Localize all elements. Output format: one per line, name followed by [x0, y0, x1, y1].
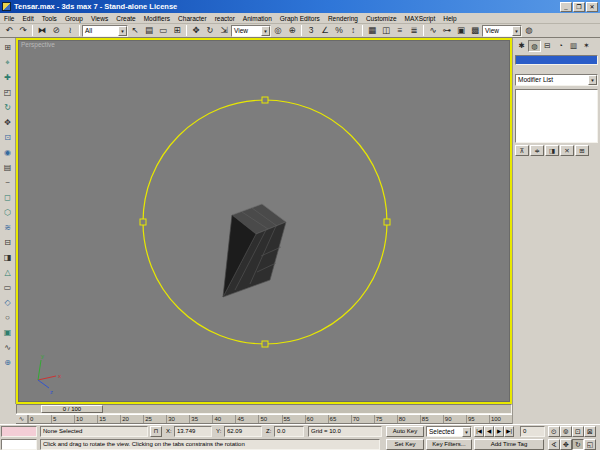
left-toolbar-icon[interactable]: △ [1, 265, 15, 280]
go-to-start-icon[interactable]: |◀ [474, 426, 484, 437]
left-toolbar-icon[interactable]: ◰ [1, 85, 15, 100]
left-toolbar-icon[interactable]: ⊕ [1, 355, 15, 370]
mirror-icon[interactable]: ◫ [379, 24, 393, 37]
menu-item[interactable]: Views [87, 13, 112, 24]
play-icon[interactable]: ▶ [494, 426, 504, 437]
left-toolbar-icon[interactable]: ▭ [1, 280, 15, 295]
menu-item[interactable]: Tools [38, 13, 61, 24]
redo-icon[interactable]: ↷ [16, 24, 30, 37]
display-tab[interactable]: ▥ [567, 40, 580, 52]
quick-render-icon[interactable]: ◍ [522, 24, 536, 37]
maxscript-listener-field[interactable] [1, 439, 37, 450]
dropdown-arrow-icon[interactable]: ▼ [118, 26, 127, 36]
render-type-dropdown[interactable]: View ▼ [482, 25, 522, 37]
select-and-manipulate-icon[interactable]: ⊕ [285, 24, 299, 37]
modifier-stack[interactable] [515, 89, 598, 143]
left-toolbar-icon[interactable]: ◻ [1, 190, 15, 205]
arc-rotate-icon[interactable]: ↻ [572, 439, 584, 450]
select-by-name-icon[interactable]: ▤ [142, 24, 156, 37]
menu-item[interactable]: Animation [239, 13, 276, 24]
selection-region-icon[interactable]: ▭ [156, 24, 170, 37]
left-toolbar-icon[interactable]: ⊡ [1, 130, 15, 145]
minimize-button[interactable]: _ [560, 2, 572, 12]
go-to-end-icon[interactable]: ▶| [504, 426, 514, 437]
left-toolbar-icon[interactable]: ⊟ [1, 235, 15, 250]
maximize-button[interactable]: ❐ [573, 2, 585, 12]
left-toolbar-icon[interactable]: ~ [1, 175, 15, 190]
key-mode-dropdown[interactable]: Selected ▼ [426, 426, 472, 437]
add-time-tag[interactable]: Add Time Tag [474, 439, 544, 450]
left-toolbar-icon[interactable]: ⬡ [1, 205, 15, 220]
remove-modifier-icon[interactable]: ✕ [560, 145, 574, 156]
zoom-extents-icon[interactable]: ⊡ [572, 426, 584, 437]
perspective-viewport[interactable]: Perspective x y z [16, 38, 512, 404]
selection-lock-icon[interactable]: ⊓ [150, 426, 162, 437]
menu-item[interactable]: Edit [18, 13, 37, 24]
material-editor-icon[interactable]: ▣ [454, 24, 468, 37]
pin-stack-icon[interactable]: ⊼ [515, 145, 529, 156]
left-toolbar-icon[interactable]: ⌖ [1, 55, 15, 70]
create-tab[interactable]: ✱ [515, 40, 528, 52]
left-toolbar-icon[interactable]: ∿ [1, 340, 15, 355]
hierarchy-tab[interactable]: ⊟ [541, 40, 554, 52]
layer-manager-icon[interactable]: ≣ [407, 24, 421, 37]
spinner-snap-icon[interactable]: ↕ [346, 24, 360, 37]
select-and-scale-icon[interactable]: ⇲ [217, 24, 231, 37]
undo-icon[interactable]: ↶ [2, 24, 16, 37]
menu-item[interactable]: Customize [362, 13, 401, 24]
configure-modifier-sets-icon[interactable]: ⊞ [575, 145, 589, 156]
unlink-selection-icon[interactable]: ⊘ [49, 24, 63, 37]
viewport-canvas[interactable]: x y z [18, 40, 510, 402]
left-toolbar-icon[interactable]: ↻ [1, 100, 15, 115]
dropdown-arrow-icon[interactable]: ▼ [261, 26, 270, 36]
select-and-move-icon[interactable]: ✥ [189, 24, 203, 37]
named-selection-sets-icon[interactable]: ▦ [365, 24, 379, 37]
set-key-button[interactable]: Set Key [386, 439, 424, 450]
schematic-view-icon[interactable]: ⊶ [440, 24, 454, 37]
modifier-list-dropdown[interactable]: Modifier List ▼ [515, 74, 598, 86]
angle-snap-icon[interactable]: ∠ [318, 24, 332, 37]
zoom-all-icon[interactable]: ⊚ [560, 426, 572, 437]
title-bar[interactable]: Tensar.max - 3ds max 7 - Stand-alone Lic… [0, 0, 600, 13]
time-slider-handle[interactable]: 0 / 100 [41, 405, 103, 413]
app-icon[interactable] [2, 2, 11, 11]
menu-item[interactable]: Graph Editors [276, 13, 324, 24]
left-toolbar-icon[interactable]: ✚ [1, 70, 15, 85]
left-toolbar-icon[interactable]: ≋ [1, 220, 15, 235]
current-frame-field[interactable]: 0 [520, 426, 545, 437]
zoom-region-icon[interactable]: ⊠ [584, 426, 596, 437]
motion-tab[interactable]: ◔ [554, 40, 567, 52]
selection-filter-dropdown[interactable]: All ▼ [82, 25, 128, 37]
snaps-toggle-icon[interactable]: 3 [304, 24, 318, 37]
left-toolbar-icon[interactable]: ▣ [1, 325, 15, 340]
menu-item[interactable]: Group [61, 13, 87, 24]
min-max-toggle-icon[interactable]: ◱ [584, 439, 596, 450]
make-unique-icon[interactable]: ◨ [545, 145, 559, 156]
left-toolbar-icon[interactable]: ✥ [1, 115, 15, 130]
scene-object[interactable] [223, 204, 286, 297]
select-and-link-icon[interactable]: ⧓ [35, 24, 49, 37]
utilities-tab[interactable]: ✶ [580, 40, 593, 52]
reference-coordinate-system-dropdown[interactable]: View ▼ [231, 25, 271, 37]
auto-key-button[interactable]: Auto Key [386, 426, 424, 437]
pan-icon[interactable]: ✥ [560, 439, 572, 450]
left-toolbar-icon[interactable]: ▤ [1, 160, 15, 175]
y-coordinate-field[interactable]: 62.09 [224, 426, 262, 437]
left-toolbar-icon[interactable]: ◉ [1, 145, 15, 160]
time-slider[interactable]: 0 / 100 [16, 404, 512, 414]
close-button[interactable]: ✕ [586, 2, 598, 12]
dropdown-arrow-icon[interactable]: ▼ [588, 75, 597, 85]
menu-item[interactable]: reactor [211, 13, 239, 24]
menu-item[interactable]: Help [439, 13, 460, 24]
percent-snap-icon[interactable]: % [332, 24, 346, 37]
left-toolbar-icon[interactable]: ◨ [1, 250, 15, 265]
use-pivot-point-center-icon[interactable]: ◎ [271, 24, 285, 37]
select-object-icon[interactable]: ↖ [128, 24, 142, 37]
x-coordinate-field[interactable]: 13.749 [174, 426, 212, 437]
window-crossing-icon[interactable]: ⊞ [170, 24, 184, 37]
menu-item[interactable]: Rendering [324, 13, 362, 24]
track-bar[interactable]: ∿ 05101520253035404550556065707580859095… [16, 414, 512, 424]
menu-item[interactable]: Create [112, 13, 140, 24]
menu-item[interactable]: Modifiers [140, 13, 174, 24]
macro-recorder-field[interactable] [1, 426, 37, 437]
